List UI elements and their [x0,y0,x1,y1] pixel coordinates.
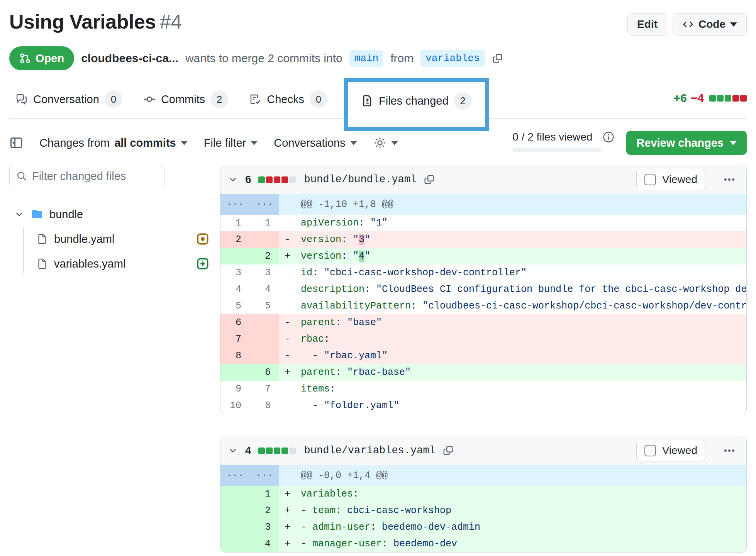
head-branch-label[interactable]: variables [420,50,485,67]
diff-line-context: 33 id: "cbci-casc-workshop-dev-controlle… [220,264,746,281]
tree-item-bundle[interactable]: bundle [9,202,220,227]
file-diff-header: 4bundle/variables.yamlViewed [220,436,746,465]
file-options-kebab-icon[interactable] [722,444,736,458]
code-segment-key: description [301,284,364,295]
filter-changed-files-input[interactable] [32,170,158,183]
code-segment-plain: - [301,505,312,516]
hunk-gutter[interactable]: ··· [220,465,250,486]
tab-commits[interactable]: Commits2 [137,82,234,118]
old-line-number [220,536,250,552]
base-branch-label[interactable]: main [349,50,383,67]
diff-marker [285,397,301,414]
viewed-toggle[interactable]: Viewed [636,440,705,461]
files-content: bundlebundle.yamlvariables.yaml 6bundle/… [9,165,747,556]
caret-down-icon [730,141,737,145]
edit-button[interactable]: Edit [627,13,667,36]
new-line-number: 3 [250,264,279,281]
copy-file-path-icon[interactable] [424,174,435,185]
copy-file-path-icon[interactable] [442,445,454,456]
code-segment-key: availabilityPattern [301,300,411,312]
file-path[interactable]: bundle/variables.yaml [304,445,436,456]
code-segment-plain: - [301,538,312,549]
hunk-gutter[interactable]: ··· [220,194,250,215]
diff-line-add: 3+- admin-user: beedemo-dev-admin [220,519,746,536]
file-diffstat-blocks [258,176,296,183]
diff-line-del: 8- - "rbac.yaml" [220,348,746,364]
caret-down-icon [391,141,398,145]
old-line-number: 9 [220,381,250,397]
hunk-gutter[interactable]: ··· [250,194,279,215]
tree-item-variables-yaml[interactable]: variables.yaml [9,251,220,276]
old-line-number [220,486,250,502]
diffstat-block-add [281,448,288,454]
diff-code: +- manager-user: beedemo-dev [279,536,746,552]
diff-code: -rbac: [279,331,746,348]
diffstat-block-add [266,448,273,454]
diff-line-del: 7-rbac: [220,331,746,348]
tab-label: Commits [161,93,205,106]
diff-line-context: 55 availabilityPattern: "cloudbees-ci-ca… [220,298,746,314]
copy-branch-icon[interactable] [492,53,503,64]
tab-checks[interactable]: Checks0 [243,82,334,118]
diff-code: +- admin-user: beedemo-dev-admin [279,519,746,536]
caret-down-icon [181,141,188,145]
pr-author[interactable]: cloudbees-ci-ca... [81,52,178,65]
diff-marker: - [285,348,301,364]
filter-changed-files-box [9,165,164,187]
tab-files-changed[interactable]: Files changed2 [351,83,482,119]
changes-from-label: Changes from [39,137,110,149]
code-segment-plain: : [353,488,359,500]
code-segment-str: beedemo-dev-admin [382,522,480,533]
chevron-down-icon[interactable] [14,209,25,220]
files-viewed-progress-bar [512,148,602,152]
file-diff-icon [361,95,373,107]
hunk-gutter[interactable]: ··· [250,465,279,486]
tree-item-label: bundle.yaml [54,233,114,246]
code-button[interactable]: Code [673,13,747,36]
new-line-number [250,348,279,364]
code-segment-plain: - [301,350,324,361]
file-path[interactable]: bundle/bundle.yaml [304,174,417,185]
review-changes-button[interactable]: Review changes [626,131,747,155]
code-segment-str: " [353,234,359,245]
code-segment-str: " [364,251,370,262]
conversations-dropdown[interactable]: Conversations [274,137,357,149]
tabs-container: Conversation0Commits2Checks0Files change… [9,82,498,118]
tab-conversation[interactable]: Conversation0 [9,82,129,118]
diff-code: apiVersion: "1" [279,215,746,231]
chevron-down-icon[interactable] [227,445,238,456]
collapse-sidebar-icon[interactable] [9,136,23,150]
files-viewed-progress: 0 / 2 files viewed [512,131,615,152]
viewed-label: Viewed [662,173,697,186]
diff-marker: - [285,331,301,348]
tab-count-badge: 2 [210,90,228,108]
viewed-toggle[interactable]: Viewed [636,169,705,190]
diff-line-context: 44 description: "CloudBees CI configurat… [220,281,746,298]
code-segment-str: "cloudbees-ci-casc-workshop/cbci-casc-wo… [422,300,746,312]
info-icon[interactable] [602,131,615,143]
file-changes-count: 4 [245,444,251,457]
diff-settings-dropdown[interactable] [373,136,398,149]
diff-code: +- team: cbci-casc-workshop [279,502,746,519]
code-segment-key: parent [301,367,336,378]
chevron-down-icon[interactable] [227,174,238,185]
tab-label: Files changed [379,95,449,107]
code-segment-key: team [312,505,336,516]
viewed-checkbox[interactable] [644,174,656,185]
new-line-number: 7 [250,381,279,397]
tree-item-bundle-yaml[interactable]: bundle.yaml [9,227,220,251]
file-status-modified [196,232,209,246]
code-segment-str: beedemo-dev [393,538,457,549]
file-filter-dropdown[interactable]: File filter [204,137,258,149]
pr-state-label: Open [36,52,64,65]
toolbar-right: 0 / 2 files viewed Review changes [512,131,747,155]
diff-line-del: 6-parent: "base" [220,314,746,331]
new-line-number [250,231,279,248]
pr-files-changed-page: Using Variables#4 Edit Code Open cloudbe… [0,0,756,556]
diff-line-context: 97 items: [220,381,746,397]
viewed-checkbox[interactable] [644,445,656,456]
deletions-count: −4 [691,92,704,105]
file-options-kebab-icon[interactable] [722,173,736,186]
changes-from-dropdown[interactable]: Changes from all commits [39,137,188,149]
caret-down-icon [730,22,737,27]
